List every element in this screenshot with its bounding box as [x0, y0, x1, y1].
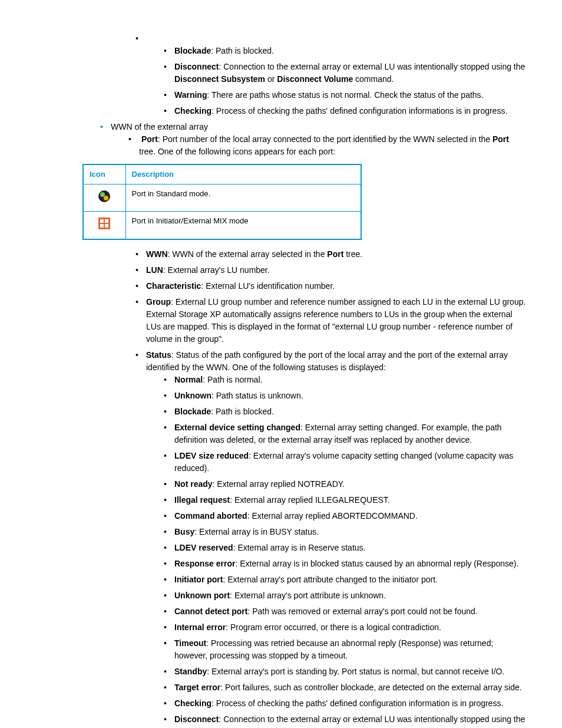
term-text: : External array's port is standing by. …	[207, 667, 504, 676]
term-bold: Status	[146, 350, 171, 360]
term-text: : External array replied ILLEGALREQUEST.	[230, 495, 390, 505]
table-header-row: Icon Description	[83, 164, 361, 184]
status-list: Normal: Path is normal.Unknown: Path sta…	[146, 374, 527, 729]
list-item: LUN: External array's LU number.	[135, 264, 527, 276]
term-text: : Program error occurred, or there is a …	[226, 622, 441, 632]
term-text: : Path was removed or external array's p…	[247, 607, 477, 616]
list-item: Not ready: External array replied NOTREA…	[164, 478, 527, 490]
term-bold: Warning	[174, 90, 207, 100]
list-item: Disconnect: Connection to the external a…	[164, 713, 527, 729]
term-bold: Busy	[174, 527, 194, 536]
list-item: Target error: Port failures, such as con…	[164, 681, 527, 694]
term-bold: Not ready	[174, 479, 213, 489]
list-item: Blockade: Path is blocked.	[164, 406, 527, 418]
list-item: Standby: External array's port is standi…	[164, 666, 527, 678]
term-bold: Illegal request	[174, 495, 230, 505]
port-t: : Port number of the local array connect…	[158, 134, 492, 144]
term-bold: Response error	[174, 559, 235, 568]
list-item: Characteristic: External LU's identifica…	[135, 280, 527, 292]
th-icon: Icon	[83, 164, 125, 184]
term-bold: Checking	[174, 699, 211, 708]
term-bold: Internal error	[174, 622, 226, 632]
term-text3: command.	[353, 74, 394, 84]
term-text: : Process of checking the paths' defined…	[211, 106, 507, 116]
port-b2: Port	[492, 134, 509, 144]
list-item: Command aborted: External array replied …	[164, 510, 527, 522]
term-bold: Initiator port	[174, 575, 223, 584]
list-item: Checking: Process of checking the paths'…	[164, 697, 527, 710]
term-text: : Connection to the external array or ex…	[219, 62, 525, 71]
th-desc: Description	[125, 164, 361, 184]
term-bold: LUN	[146, 265, 163, 275]
term-text2: or	[265, 74, 277, 84]
term-bold: Group	[146, 297, 171, 307]
term-bold: Unknown port	[174, 591, 230, 600]
port-bold: Port	[141, 134, 158, 144]
list-item: Blockade: Path is blocked.	[164, 45, 527, 57]
icon-standard-cell	[83, 184, 125, 212]
term-text: : External LU group number and reference…	[146, 297, 525, 344]
term-text: : Path status is unknown.	[211, 391, 303, 400]
term-text: : Port failures, such as controller bloc…	[220, 683, 521, 692]
term-bold: Command aborted	[174, 511, 247, 521]
table-row: Port in Initiator/External MIX mode	[83, 212, 361, 239]
term-bold: Blockade	[174, 46, 211, 55]
term-text: : Processing was retried because an abno…	[174, 638, 493, 660]
term-text: : External array's LU number.	[163, 265, 270, 275]
term-text: : Status of the path configured by the p…	[146, 350, 508, 372]
port-t2: tree. One of the following icons appears…	[139, 147, 335, 156]
term-text: : External array is in BUSY status.	[194, 527, 319, 536]
term-bold: External device setting changed	[174, 423, 300, 432]
after-table-block: WWN: WWN of the external array selected …	[82, 248, 527, 729]
term-bold: LDEV reserved	[174, 543, 233, 552]
list-item: Group: External LU group number and refe…	[135, 296, 527, 345]
term-bold2: Port	[327, 249, 343, 259]
term-text: : Process of checking the paths' defined…	[211, 699, 503, 708]
term-bold3: Disconnect Volume	[277, 74, 353, 84]
term-text: : Connection to the external array or ex…	[219, 714, 525, 724]
list-item: LDEV size reduced: External array's volu…	[164, 450, 527, 475]
term-bold: Target error	[174, 683, 220, 692]
desc-mix: Port in Initiator/External MIX mode	[125, 212, 361, 239]
list-item: Cannot detect port: Path was removed or …	[164, 605, 527, 618]
term-text: : External array replied NOTREADY.	[213, 479, 345, 489]
list-item: Illegal request: External array replied …	[164, 494, 527, 506]
term-text2: tree.	[343, 249, 362, 259]
term-bold: Normal	[174, 375, 203, 384]
list-item: Busy: External array is in BUSY status.	[164, 526, 527, 538]
term-bold: Unknown	[174, 391, 211, 400]
list-item: Unknown: Path status is unknown.	[164, 390, 527, 402]
term-text: : Path is normal.	[203, 375, 262, 384]
list-item: Warning: There are paths whose status is…	[164, 89, 527, 101]
term-text: : WWN of the external array selected in …	[168, 249, 328, 259]
term-bold: Checking	[174, 106, 211, 116]
list-item: Unknown port: External array's port attr…	[164, 589, 527, 602]
list-item: Response error: External array is in blo…	[164, 558, 527, 570]
term-bold: Cannot detect port	[174, 607, 247, 616]
wwn-text: WWN of the external array	[111, 122, 208, 131]
port-item: Port: Port number of the local array con…	[128, 133, 527, 158]
term-text: : External array replied ABORTEDCOMMAND.	[247, 511, 418, 521]
list-item: Normal: Path is normal.	[164, 374, 527, 386]
content-block: Blockade: Path is blocked.Disconnect: Co…	[82, 32, 527, 117]
wwn-item: WWN of the external array Port: Port num…	[100, 121, 527, 158]
port-standard-icon	[98, 190, 110, 202]
term-text: : External array's port attribute is unk…	[230, 591, 386, 600]
term-text: : External LU's identification number.	[201, 281, 335, 291]
list-item: Internal error: Program error occurred, …	[164, 621, 527, 634]
term-text: : Path is blocked.	[211, 46, 274, 55]
term-bold: Characteristic	[146, 281, 201, 291]
term-bold: Standby	[174, 667, 207, 676]
list-item: LDEV reserved: External array is in Rese…	[164, 542, 527, 554]
list-item: Status: Status of the path configured by…	[135, 349, 527, 729]
term-text: : External array's port attribute change…	[223, 575, 438, 584]
desc-standard: Port in Standard mode.	[125, 184, 361, 212]
term-bold: Timeout	[174, 638, 206, 648]
icon-mix-cell	[83, 212, 125, 239]
wwn-list: WWN of the external array Port: Port num…	[35, 121, 527, 158]
term-bold: Disconnect	[174, 62, 219, 71]
list-item: Initiator port: External array's port at…	[164, 574, 527, 586]
term-text: : There are paths whose status is not no…	[207, 90, 483, 100]
term-text: : External array is in blocked status ca…	[235, 559, 518, 568]
table-row: Port in Standard mode.	[83, 184, 361, 212]
